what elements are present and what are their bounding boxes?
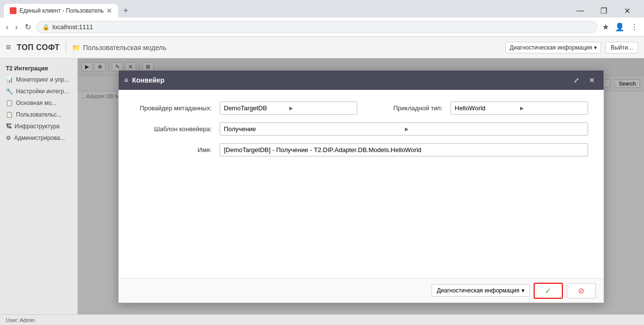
lock-icon: 🔒 [42, 24, 50, 31]
admin-icon: ⚙ [6, 135, 11, 141]
sidebar-item-settings-label: Настройки интегр... [16, 88, 69, 95]
diag-dropdown[interactable]: Диагностическая информация ▾ [505, 42, 602, 53]
forward-btn[interactable]: › [13, 21, 19, 34]
diag-arrow-icon: ▾ [594, 44, 597, 51]
apptype-select[interactable]: HelloWorld ▶ [451, 102, 588, 115]
minimize-btn[interactable]: — [569, 4, 592, 17]
app-container: ≡ ТОП СОФТ 📁 Пользовательская модель Диа… [0, 37, 644, 325]
footer-diag-label: Диагностическая информация [437, 287, 520, 294]
app-header: ≡ ТОП СОФТ 📁 Пользовательская модель Диа… [0, 37, 644, 58]
app-body: Т2 Интеграция 📊 Мониторинг и упр... 🔧 На… [0, 58, 644, 314]
apptype-label: Прикладной тип: [365, 104, 443, 112]
sidebar-item-infrastructure[interactable]: 🏗 Инфраструктура [0, 120, 77, 132]
bookmark-btn[interactable]: ★ [600, 20, 611, 34]
infrastructure-icon: 🏗 [6, 123, 12, 130]
sidebar-section-title: Т2 Интеграция [0, 62, 77, 74]
sidebar-item-admin-label: Администрирова... [14, 135, 65, 141]
name-label: Имя: [134, 146, 212, 154]
header-right: Диагностическая информация ▾ Выйти... [505, 42, 638, 53]
dialog-header: ≡ Конвейер ⤢ ✕ [119, 70, 604, 90]
hamburger-icon[interactable]: ≡ [6, 42, 11, 52]
sidebar-item-admin[interactable]: ⚙ Администрирова... [0, 132, 77, 144]
footer-diag-arrow-icon: ▾ [522, 287, 524, 294]
form-row-provider-apptype: Провайдер метаданных: DemoTargetDB ▶ При… [134, 102, 588, 115]
diag-label: Диагностическая информация [510, 44, 592, 51]
browser-chrome: Единый клиент - Пользователь ✕ + — ❐ ✕ ‹… [0, 0, 644, 37]
provider-arrow-icon: ▶ [289, 105, 353, 111]
monitoring-icon: 📊 [6, 76, 13, 83]
settings-icon: 🔧 [6, 88, 13, 95]
apptype-arrow-icon: ▶ [520, 105, 584, 111]
active-tab[interactable]: Единый клиент - Пользователь ✕ [4, 4, 118, 17]
template-label: Шаблон конвейера: [134, 125, 212, 133]
sidebar-item-user-model-label: Пользовательс... [16, 111, 62, 118]
main-content: ▶ ⊕ ✎ ✕ ⊞ Filter by Text: Search ...Adap… [78, 58, 644, 314]
dialog-header-icon: ≡ [124, 76, 128, 84]
sidebar-item-user-model[interactable]: 📋 Пользовательс... [0, 109, 77, 120]
sidebar-item-base-model[interactable]: 📋 Основная мо... [0, 97, 77, 109]
confirm-checkmark-icon: ✓ [545, 286, 551, 295]
url-text: localhost:1111 [52, 23, 591, 31]
form-row-template: Шаблон конвейера: Получение ▶ [134, 122, 588, 136]
footer-confirm-btn[interactable]: ✓ [534, 283, 563, 299]
page-title-header: 📁 Пользовательская модель [72, 44, 167, 51]
form-row-name: Имя: [134, 143, 588, 156]
page-title-text: Пользовательская модель [83, 44, 167, 51]
address-bar: ‹ › ↻ 🔒 localhost:1111 ★ 👤 ⋮ [0, 17, 644, 37]
sidebar-item-settings[interactable]: 🔧 Настройки интегр... [0, 86, 77, 97]
status-bar: User: Admin [0, 314, 644, 325]
footer-diag-dropdown[interactable]: Диагностическая информация ▾ [432, 284, 530, 297]
sidebar-item-monitoring-label: Мониторинг и упр... [16, 76, 69, 83]
form-half-provider: Провайдер метаданных: DemoTargetDB ▶ [134, 102, 357, 115]
back-btn[interactable]: ‹ [4, 21, 10, 34]
tab-bar: Единый клиент - Пользователь ✕ + — ❐ ✕ [0, 0, 644, 17]
dialog-title: Конвейер [132, 76, 567, 84]
provider-select[interactable]: DemoTargetDB ▶ [220, 102, 357, 115]
template-control: Получение ▶ [220, 122, 588, 136]
dialog: ≡ Конвейер ⤢ ✕ Провайдер метаданных: [118, 70, 604, 303]
tab-close-btn[interactable]: ✕ [106, 7, 112, 15]
account-btn[interactable]: 👤 [613, 20, 627, 34]
provider-value: DemoTargetDB [224, 104, 288, 112]
folder-icon: 📁 [72, 44, 80, 51]
maximize-btn[interactable]: ❐ [592, 4, 615, 17]
form-half-apptype: Прикладной тип: HelloWorld ▶ [365, 102, 588, 115]
tab-title: Единый клиент - Пользователь [19, 7, 104, 14]
exit-btn[interactable]: Выйти... [605, 42, 638, 53]
footer-cancel-btn[interactable]: ⊘ [567, 283, 596, 298]
base-model-icon: 📋 [6, 100, 13, 106]
dialog-overlay: ≡ Конвейер ⤢ ✕ Провайдер метаданных: [78, 58, 644, 314]
dialog-expand-btn[interactable]: ⤢ [571, 75, 582, 85]
apptype-control: HelloWorld ▶ [451, 102, 588, 115]
app-brand: ТОП СОФТ [17, 43, 60, 52]
menu-btn[interactable]: ⋮ [628, 20, 640, 34]
close-btn[interactable]: ✕ [616, 4, 638, 17]
cancel-icon: ⊘ [578, 286, 584, 295]
tab-favicon [10, 7, 17, 14]
apptype-value: HelloWorld [455, 104, 519, 112]
template-select[interactable]: Получение ▶ [220, 122, 588, 136]
name-control [220, 143, 588, 156]
url-box[interactable]: 🔒 localhost:1111 [36, 21, 597, 33]
window-controls: — ❐ ✕ [569, 4, 640, 17]
new-tab-btn[interactable]: + [120, 6, 131, 16]
user-model-icon: 📋 [6, 111, 13, 118]
sidebar-item-infrastructure-label: Инфраструктура [15, 123, 60, 130]
sidebar-item-base-model-label: Основная мо... [16, 100, 56, 106]
status-text: User: Admin [6, 317, 35, 323]
header-separator [66, 42, 66, 53]
template-arrow-icon: ▶ [405, 126, 584, 132]
address-actions: ★ 👤 ⋮ [600, 20, 640, 34]
name-input[interactable] [220, 143, 588, 156]
sidebar-item-monitoring[interactable]: 📊 Мониторинг и упр... [0, 74, 77, 86]
dialog-footer: Диагностическая информация ▾ ✓ ⊘ [119, 278, 604, 303]
dialog-close-btn[interactable]: ✕ [586, 75, 598, 85]
dialog-body: Провайдер метаданных: DemoTargetDB ▶ При… [119, 90, 604, 278]
sidebar: Т2 Интеграция 📊 Мониторинг и упр... 🔧 На… [0, 58, 78, 314]
provider-control: DemoTargetDB ▶ [220, 102, 357, 115]
provider-label: Провайдер метаданных: [134, 104, 212, 112]
refresh-btn[interactable]: ↻ [23, 20, 33, 34]
template-value: Получение [224, 125, 403, 133]
